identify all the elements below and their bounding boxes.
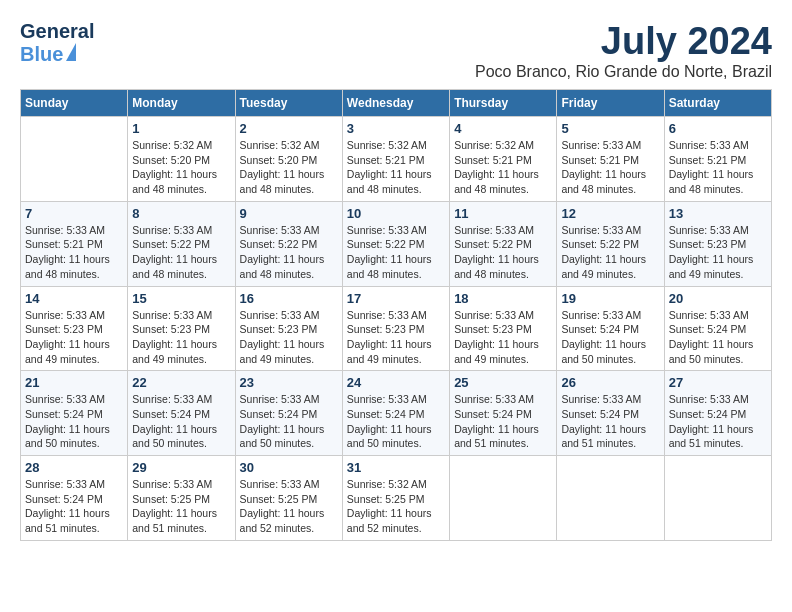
day-number: 23 bbox=[240, 375, 338, 390]
calendar-cell: 11Sunrise: 5:33 AM Sunset: 5:22 PM Dayli… bbox=[450, 201, 557, 286]
day-info: Sunrise: 5:33 AM Sunset: 5:22 PM Dayligh… bbox=[347, 223, 445, 282]
calendar-cell: 13Sunrise: 5:33 AM Sunset: 5:23 PM Dayli… bbox=[664, 201, 771, 286]
day-number: 18 bbox=[454, 291, 552, 306]
day-info: Sunrise: 5:33 AM Sunset: 5:25 PM Dayligh… bbox=[240, 477, 338, 536]
calendar-cell: 14Sunrise: 5:33 AM Sunset: 5:23 PM Dayli… bbox=[21, 286, 128, 371]
calendar-cell: 5Sunrise: 5:33 AM Sunset: 5:21 PM Daylig… bbox=[557, 117, 664, 202]
day-info: Sunrise: 5:32 AM Sunset: 5:21 PM Dayligh… bbox=[454, 138, 552, 197]
logo-triangle-icon bbox=[66, 43, 76, 61]
day-info: Sunrise: 5:33 AM Sunset: 5:23 PM Dayligh… bbox=[132, 308, 230, 367]
day-number: 6 bbox=[669, 121, 767, 136]
column-header-tuesday: Tuesday bbox=[235, 90, 342, 117]
column-header-monday: Monday bbox=[128, 90, 235, 117]
day-info: Sunrise: 5:33 AM Sunset: 5:23 PM Dayligh… bbox=[240, 308, 338, 367]
calendar-cell: 17Sunrise: 5:33 AM Sunset: 5:23 PM Dayli… bbox=[342, 286, 449, 371]
day-number: 31 bbox=[347, 460, 445, 475]
day-number: 7 bbox=[25, 206, 123, 221]
day-number: 3 bbox=[347, 121, 445, 136]
calendar-cell: 16Sunrise: 5:33 AM Sunset: 5:23 PM Dayli… bbox=[235, 286, 342, 371]
column-header-thursday: Thursday bbox=[450, 90, 557, 117]
day-info: Sunrise: 5:33 AM Sunset: 5:22 PM Dayligh… bbox=[454, 223, 552, 282]
calendar-cell: 4Sunrise: 5:32 AM Sunset: 5:21 PM Daylig… bbox=[450, 117, 557, 202]
day-number: 13 bbox=[669, 206, 767, 221]
day-number: 9 bbox=[240, 206, 338, 221]
day-info: Sunrise: 5:33 AM Sunset: 5:21 PM Dayligh… bbox=[561, 138, 659, 197]
day-info: Sunrise: 5:33 AM Sunset: 5:24 PM Dayligh… bbox=[561, 308, 659, 367]
day-number: 27 bbox=[669, 375, 767, 390]
day-info: Sunrise: 5:33 AM Sunset: 5:23 PM Dayligh… bbox=[454, 308, 552, 367]
day-number: 11 bbox=[454, 206, 552, 221]
calendar-cell bbox=[557, 456, 664, 541]
day-number: 8 bbox=[132, 206, 230, 221]
column-header-friday: Friday bbox=[557, 90, 664, 117]
day-info: Sunrise: 5:33 AM Sunset: 5:24 PM Dayligh… bbox=[561, 392, 659, 451]
calendar-cell: 29Sunrise: 5:33 AM Sunset: 5:25 PM Dayli… bbox=[128, 456, 235, 541]
calendar-cell: 24Sunrise: 5:33 AM Sunset: 5:24 PM Dayli… bbox=[342, 371, 449, 456]
calendar-cell: 23Sunrise: 5:33 AM Sunset: 5:24 PM Dayli… bbox=[235, 371, 342, 456]
day-number: 15 bbox=[132, 291, 230, 306]
calendar-table: SundayMondayTuesdayWednesdayThursdayFrid… bbox=[20, 89, 772, 541]
calendar-cell: 2Sunrise: 5:32 AM Sunset: 5:20 PM Daylig… bbox=[235, 117, 342, 202]
calendar-cell: 15Sunrise: 5:33 AM Sunset: 5:23 PM Dayli… bbox=[128, 286, 235, 371]
calendar-cell: 21Sunrise: 5:33 AM Sunset: 5:24 PM Dayli… bbox=[21, 371, 128, 456]
day-info: Sunrise: 5:33 AM Sunset: 5:24 PM Dayligh… bbox=[669, 392, 767, 451]
day-info: Sunrise: 5:32 AM Sunset: 5:25 PM Dayligh… bbox=[347, 477, 445, 536]
logo-name: General Blue bbox=[20, 20, 94, 66]
page-header: General Blue July 2024 Poco Branco, Rio … bbox=[20, 20, 772, 81]
calendar-cell: 7Sunrise: 5:33 AM Sunset: 5:21 PM Daylig… bbox=[21, 201, 128, 286]
day-info: Sunrise: 5:33 AM Sunset: 5:24 PM Dayligh… bbox=[347, 392, 445, 451]
calendar-cell bbox=[450, 456, 557, 541]
day-info: Sunrise: 5:33 AM Sunset: 5:25 PM Dayligh… bbox=[132, 477, 230, 536]
calendar-cell: 3Sunrise: 5:32 AM Sunset: 5:21 PM Daylig… bbox=[342, 117, 449, 202]
column-header-sunday: Sunday bbox=[21, 90, 128, 117]
logo-general-text: General bbox=[20, 20, 94, 43]
calendar-cell: 19Sunrise: 5:33 AM Sunset: 5:24 PM Dayli… bbox=[557, 286, 664, 371]
day-info: Sunrise: 5:33 AM Sunset: 5:21 PM Dayligh… bbox=[25, 223, 123, 282]
calendar-cell: 26Sunrise: 5:33 AM Sunset: 5:24 PM Dayli… bbox=[557, 371, 664, 456]
day-info: Sunrise: 5:33 AM Sunset: 5:24 PM Dayligh… bbox=[25, 477, 123, 536]
day-number: 22 bbox=[132, 375, 230, 390]
day-number: 20 bbox=[669, 291, 767, 306]
day-info: Sunrise: 5:33 AM Sunset: 5:23 PM Dayligh… bbox=[669, 223, 767, 282]
day-number: 26 bbox=[561, 375, 659, 390]
calendar-cell: 22Sunrise: 5:33 AM Sunset: 5:24 PM Dayli… bbox=[128, 371, 235, 456]
day-number: 19 bbox=[561, 291, 659, 306]
day-number: 5 bbox=[561, 121, 659, 136]
day-number: 4 bbox=[454, 121, 552, 136]
day-info: Sunrise: 5:33 AM Sunset: 5:24 PM Dayligh… bbox=[240, 392, 338, 451]
day-number: 10 bbox=[347, 206, 445, 221]
day-info: Sunrise: 5:33 AM Sunset: 5:24 PM Dayligh… bbox=[454, 392, 552, 451]
day-number: 30 bbox=[240, 460, 338, 475]
day-number: 17 bbox=[347, 291, 445, 306]
calendar-header-row: SundayMondayTuesdayWednesdayThursdayFrid… bbox=[21, 90, 772, 117]
column-header-saturday: Saturday bbox=[664, 90, 771, 117]
calendar-cell: 1Sunrise: 5:32 AM Sunset: 5:20 PM Daylig… bbox=[128, 117, 235, 202]
day-number: 21 bbox=[25, 375, 123, 390]
calendar-cell: 6Sunrise: 5:33 AM Sunset: 5:21 PM Daylig… bbox=[664, 117, 771, 202]
day-number: 1 bbox=[132, 121, 230, 136]
calendar-week-1: 1Sunrise: 5:32 AM Sunset: 5:20 PM Daylig… bbox=[21, 117, 772, 202]
day-info: Sunrise: 5:33 AM Sunset: 5:24 PM Dayligh… bbox=[132, 392, 230, 451]
logo: General Blue bbox=[20, 20, 94, 66]
day-number: 28 bbox=[25, 460, 123, 475]
calendar-week-5: 28Sunrise: 5:33 AM Sunset: 5:24 PM Dayli… bbox=[21, 456, 772, 541]
day-info: Sunrise: 5:33 AM Sunset: 5:22 PM Dayligh… bbox=[561, 223, 659, 282]
location-title: Poco Branco, Rio Grande do Norte, Brazil bbox=[475, 63, 772, 81]
day-number: 12 bbox=[561, 206, 659, 221]
day-info: Sunrise: 5:33 AM Sunset: 5:22 PM Dayligh… bbox=[132, 223, 230, 282]
title-area: July 2024 Poco Branco, Rio Grande do Nor… bbox=[475, 20, 772, 81]
month-title: July 2024 bbox=[475, 20, 772, 63]
calendar-cell: 25Sunrise: 5:33 AM Sunset: 5:24 PM Dayli… bbox=[450, 371, 557, 456]
day-number: 16 bbox=[240, 291, 338, 306]
calendar-cell: 18Sunrise: 5:33 AM Sunset: 5:23 PM Dayli… bbox=[450, 286, 557, 371]
calendar-cell: 20Sunrise: 5:33 AM Sunset: 5:24 PM Dayli… bbox=[664, 286, 771, 371]
calendar-cell: 8Sunrise: 5:33 AM Sunset: 5:22 PM Daylig… bbox=[128, 201, 235, 286]
calendar-cell: 9Sunrise: 5:33 AM Sunset: 5:22 PM Daylig… bbox=[235, 201, 342, 286]
day-number: 2 bbox=[240, 121, 338, 136]
day-info: Sunrise: 5:32 AM Sunset: 5:20 PM Dayligh… bbox=[132, 138, 230, 197]
calendar-cell: 10Sunrise: 5:33 AM Sunset: 5:22 PM Dayli… bbox=[342, 201, 449, 286]
day-info: Sunrise: 5:33 AM Sunset: 5:24 PM Dayligh… bbox=[669, 308, 767, 367]
calendar-cell: 28Sunrise: 5:33 AM Sunset: 5:24 PM Dayli… bbox=[21, 456, 128, 541]
day-number: 14 bbox=[25, 291, 123, 306]
column-header-wednesday: Wednesday bbox=[342, 90, 449, 117]
